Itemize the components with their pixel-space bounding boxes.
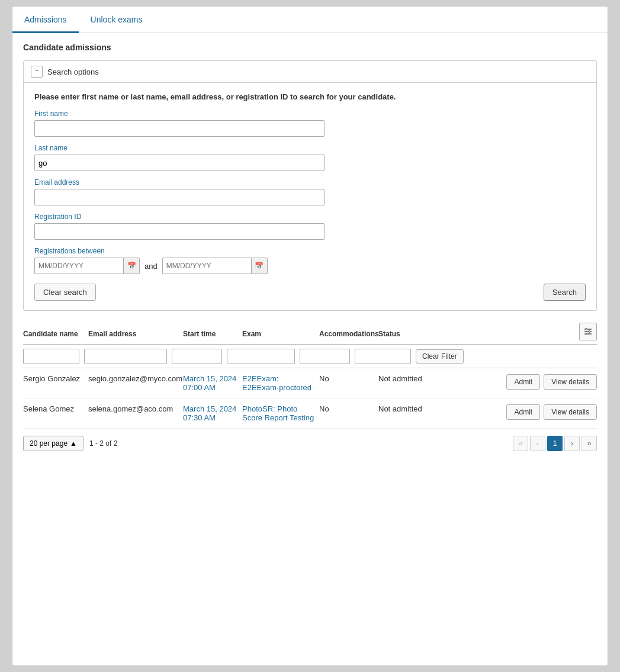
search-hint: Please enter first name or last name, em… xyxy=(34,92,586,101)
per-page-chevron-icon: ▲ xyxy=(70,439,77,448)
cell-email: segio.gonzalez@myco.com xyxy=(88,374,183,383)
registration-id-group: Registration ID xyxy=(34,213,586,240)
th-email: Email address xyxy=(88,327,183,340)
registrations-between-group: Registrations between 📅 and 📅 xyxy=(34,247,586,274)
filter-exam[interactable] xyxy=(227,349,295,364)
registrations-between-label: Registrations between xyxy=(34,247,586,255)
th-candidate-name: Candidate name xyxy=(23,327,88,340)
filter-icon xyxy=(584,327,592,336)
main-content: Candidate admissions ⌃ Search options Pl… xyxy=(12,33,608,463)
table-header-row: Candidate name Email address Start time … xyxy=(23,323,597,345)
table-row: Sergio Gonzalez segio.gonzalez@myco.com … xyxy=(23,368,597,398)
results-section: Candidate name Email address Start time … xyxy=(23,323,597,454)
view-details-button[interactable]: View details xyxy=(544,404,597,420)
pagination-page-1-button[interactable]: 1 xyxy=(547,436,563,451)
pagination-prev-button[interactable]: ‹ xyxy=(530,436,545,451)
date-range-row: 📅 and 📅 xyxy=(34,258,586,274)
filter-columns-button[interactable] xyxy=(579,323,597,340)
email-input[interactable] xyxy=(34,189,325,205)
cell-candidate-name: Selena Gomez xyxy=(23,404,88,413)
clear-filter-button[interactable]: Clear Filter xyxy=(416,349,464,364)
search-options-body: Please enter first name or last name, em… xyxy=(24,83,596,310)
cell-candidate-name: Sergio Gonzalez xyxy=(23,374,88,383)
search-options-header[interactable]: ⌃ Search options xyxy=(24,61,596,83)
admit-button[interactable]: Admit xyxy=(506,374,540,390)
search-options-box: ⌃ Search options Please enter first name… xyxy=(23,60,597,311)
filter-accommodations[interactable] xyxy=(300,349,350,364)
page-wrapper: Admissions Unlock exams Candidate admiss… xyxy=(12,6,608,666)
page-count-label: 1 - 2 of 2 xyxy=(89,439,117,448)
first-name-input[interactable] xyxy=(34,120,325,137)
table-row: Selena Gomez selena.gomez@aco.com March … xyxy=(23,398,597,429)
pagination-first-button[interactable]: « xyxy=(513,436,528,451)
pagination-row: 20 per page ▲ 1 - 2 of 2 « ‹ 1 › » xyxy=(23,429,597,454)
first-name-label: First name xyxy=(34,110,586,118)
th-start-time: Start time xyxy=(183,327,242,340)
last-name-label: Last name xyxy=(34,144,586,152)
search-actions: Clear search Search xyxy=(34,284,586,301)
filter-row: Clear Filter xyxy=(23,345,597,368)
cell-email: selena.gomez@aco.com xyxy=(88,404,183,413)
pagination-right: « ‹ 1 › » xyxy=(513,436,597,451)
and-text: and xyxy=(144,262,158,271)
pagination-left: 20 per page ▲ 1 - 2 of 2 xyxy=(23,436,117,451)
email-group: Email address xyxy=(34,178,586,205)
last-name-input[interactable] xyxy=(34,155,325,171)
per-page-label: 20 per page xyxy=(30,439,68,448)
tabs-bar: Admissions Unlock exams xyxy=(12,7,608,33)
row-actions: Admit View details xyxy=(444,374,597,390)
filter-candidate-name[interactable] xyxy=(23,349,79,364)
svg-point-5 xyxy=(587,333,589,335)
pagination-next-button[interactable]: › xyxy=(564,436,580,451)
cell-accommodations: No xyxy=(319,404,378,413)
cell-accommodations: No xyxy=(319,374,378,383)
pagination-last-button[interactable]: » xyxy=(582,436,597,451)
cell-status: Not admitted xyxy=(378,404,444,413)
th-actions xyxy=(444,323,597,340)
cell-start-time: March 15, 2024 07:00 AM xyxy=(183,374,242,392)
th-status: Status xyxy=(378,327,444,340)
cell-start-time: March 15, 2024 07:30 AM xyxy=(183,404,242,422)
date-end-wrapper: 📅 xyxy=(162,258,268,274)
date-end-input[interactable] xyxy=(162,258,251,274)
chevron-up-icon: ⌃ xyxy=(31,66,43,78)
registration-id-label: Registration ID xyxy=(34,213,586,221)
first-name-group: First name xyxy=(34,110,586,137)
view-details-button[interactable]: View details xyxy=(544,374,597,390)
svg-point-3 xyxy=(586,329,587,330)
th-exam: Exam xyxy=(242,327,319,340)
cell-exam: E2EExam: E2EExam-proctored xyxy=(242,374,319,392)
email-label: Email address xyxy=(34,178,586,187)
cell-status: Not admitted xyxy=(378,374,444,383)
date-start-calendar-btn[interactable]: 📅 xyxy=(123,258,140,274)
per-page-button[interactable]: 20 per page ▲ xyxy=(23,436,83,451)
clear-search-button[interactable]: Clear search xyxy=(34,284,96,301)
search-button[interactable]: Search xyxy=(544,284,586,301)
date-end-calendar-btn[interactable]: 📅 xyxy=(251,258,268,274)
filter-email[interactable] xyxy=(84,349,167,364)
tab-admissions[interactable]: Admissions xyxy=(12,7,79,33)
row-actions: Admit View details xyxy=(444,404,597,420)
registration-id-input[interactable] xyxy=(34,223,325,240)
admit-button[interactable]: Admit xyxy=(506,404,540,420)
th-accommodations: Accommodations xyxy=(319,327,378,340)
filter-start-time[interactable] xyxy=(172,349,222,364)
tab-unlock-exams[interactable]: Unlock exams xyxy=(79,7,155,33)
filter-status[interactable] xyxy=(355,349,411,364)
cell-exam: PhotoSR: Photo Score Report Testing xyxy=(242,404,319,422)
date-start-input[interactable] xyxy=(34,258,123,274)
search-options-label: Search options xyxy=(47,67,99,76)
svg-point-4 xyxy=(589,331,590,333)
last-name-group: Last name xyxy=(34,144,586,171)
section-title: Candidate admissions xyxy=(23,43,597,52)
date-start-wrapper: 📅 xyxy=(34,258,140,274)
